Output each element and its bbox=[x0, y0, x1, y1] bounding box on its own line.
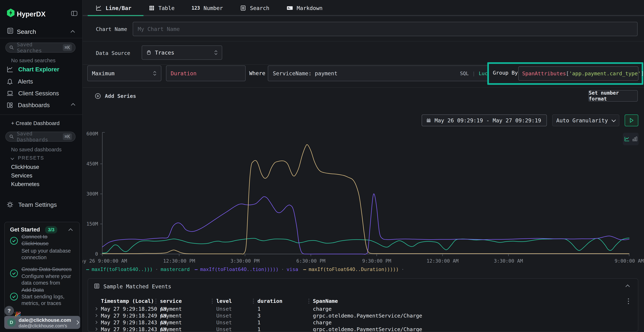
divider bbox=[0, 38, 82, 38]
sidebar-item-label: Alerts bbox=[18, 78, 33, 85]
where-input[interactable]: ServiceName: payment SQL | Lucene bbox=[268, 66, 501, 81]
timeseries-chart[interactable]: 600M450M300M150M0May 26 9:00:00 AM12:30:… bbox=[83, 125, 644, 266]
tab-line-bar[interactable]: Line/Bar bbox=[96, 0, 132, 16]
user-email: dale@clickhouse.com bbox=[18, 317, 71, 323]
sidebar-item-alerts[interactable]: Alerts bbox=[0, 77, 82, 86]
preset-kubernetes[interactable]: Kubernetes bbox=[11, 181, 40, 188]
user-menu[interactable]: D dale@clickhouse.com dale@clickhouse.co… bbox=[4, 316, 80, 329]
legend-series-2[interactable]: maxIf(toFloat64O..tion))))) bbox=[200, 266, 279, 272]
legend-dash: — bbox=[86, 266, 89, 272]
where-label: Where bbox=[249, 70, 265, 76]
kbd-shortcut: ⌘K bbox=[63, 133, 72, 140]
expand-row-icon[interactable] bbox=[94, 307, 98, 310]
sidebar-section-search[interactable]: Search bbox=[17, 28, 36, 35]
granularity-value: Auto Granularity bbox=[556, 117, 608, 124]
aggregation-select[interactable]: Maximum bbox=[87, 66, 161, 81]
play-icon bbox=[629, 118, 634, 123]
tabs-underline-track bbox=[83, 15, 644, 16]
sidebar-item-dashboards[interactable]: Dashboards bbox=[0, 100, 82, 110]
collapse-events-icon[interactable] bbox=[626, 284, 630, 289]
y-tick-label: 300M bbox=[86, 191, 98, 196]
get-started-badge: 3/3 bbox=[45, 226, 57, 234]
legend-series-1[interactable]: maxIf(toFloat64O..))) bbox=[92, 266, 152, 272]
bell-icon bbox=[6, 78, 13, 85]
chevron-up-icon[interactable] bbox=[70, 30, 75, 34]
sidebar-item-label: Client Sessions bbox=[18, 90, 59, 97]
tab-number[interactable]: 123 Number bbox=[192, 0, 223, 16]
series-visa bbox=[102, 194, 629, 254]
legend-group-2[interactable]: visa bbox=[286, 266, 298, 272]
granularity-select[interactable]: Auto Granularity bbox=[552, 114, 619, 126]
collapse-sidebar-icon[interactable] bbox=[71, 10, 78, 17]
sql-toggle[interactable]: SQL bbox=[460, 71, 469, 76]
sidebar-item-label: Team Settings bbox=[18, 201, 57, 208]
legend-series-3[interactable]: maxIf(toFloat64O..Duration))))) bbox=[308, 266, 399, 272]
data-source-value: Traces bbox=[155, 50, 211, 56]
col-level[interactable]: level bbox=[216, 298, 232, 304]
presets-toggle[interactable]: PRESETS bbox=[11, 155, 44, 161]
where-value: ServiceName: payment bbox=[273, 70, 456, 76]
kbd-shortcut: ⌘K bbox=[63, 44, 72, 51]
column-resize-handle[interactable] bbox=[156, 299, 156, 304]
set-number-format-button[interactable]: Set number format bbox=[588, 90, 638, 102]
sidebar-item-label: Dashboards bbox=[18, 102, 50, 108]
sidebar-item-chart-explorer[interactable]: Chart Explorer bbox=[0, 65, 82, 74]
svg-text:M↓: M↓ bbox=[288, 7, 290, 10]
table-menu-icon[interactable] bbox=[628, 298, 629, 304]
expand-row-icon[interactable] bbox=[94, 328, 98, 331]
table-icon bbox=[148, 5, 155, 11]
avatar: D bbox=[7, 318, 16, 327]
y-tick-label: 150M bbox=[86, 221, 98, 227]
number-123-icon: 123 bbox=[192, 5, 200, 11]
tab-markdown[interactable]: M↓ Markdown bbox=[286, 0, 323, 16]
divider bbox=[83, 87, 644, 88]
col-service[interactable]: service bbox=[160, 298, 182, 304]
sidebar-item-client-sessions[interactable]: Client Sessions bbox=[0, 89, 82, 98]
x-tick-label: 9:00:00 AM bbox=[615, 258, 644, 264]
line-chart-icon bbox=[6, 66, 14, 73]
series-mastercard bbox=[102, 238, 629, 253]
divider bbox=[83, 41, 644, 42]
group-by-key: 'app.payment.card_type' bbox=[569, 70, 641, 76]
preset-services[interactable]: Services bbox=[11, 172, 32, 179]
preset-clickhouse[interactable]: ClickHouse bbox=[11, 164, 39, 170]
help-button[interactable]: ? bbox=[4, 306, 14, 316]
chevron-up-icon[interactable] bbox=[68, 228, 73, 232]
col-duration[interactable]: duration bbox=[258, 298, 282, 304]
tab-search[interactable]: Search bbox=[240, 0, 269, 16]
check-circle-icon bbox=[10, 269, 18, 278]
field-input[interactable]: Duration bbox=[166, 66, 246, 81]
column-resize-handle[interactable] bbox=[253, 299, 254, 304]
x-tick-label: 9:30:00 PM bbox=[362, 258, 392, 264]
col-spanname[interactable]: SpanName bbox=[313, 298, 338, 304]
run-query-button[interactable] bbox=[625, 114, 638, 126]
date-range-value: May 26 09:29:19 - May 27 09:29:19 bbox=[434, 117, 541, 124]
plus-circle-icon bbox=[94, 93, 101, 100]
x-tick-label: 3:30:00 PM bbox=[230, 258, 260, 264]
search-section-icon bbox=[7, 27, 14, 34]
date-range-picker[interactable]: May 26 09:29:19 - May 27 09:29:19 bbox=[422, 114, 547, 126]
lang-divider: | bbox=[472, 71, 475, 76]
create-dashboard-button[interactable]: + Create Dashboard bbox=[11, 120, 60, 126]
expand-row-icon[interactable] bbox=[94, 321, 98, 324]
y-tick-label: 0 bbox=[95, 251, 98, 257]
sidebar-item-team-settings[interactable]: Team Settings bbox=[0, 200, 82, 209]
group-by-input[interactable]: SpanAttributes['app.payment.card_type'] bbox=[518, 66, 638, 81]
saved-dashboards-input[interactable]: Saved Dashboards ⌘K bbox=[5, 132, 76, 142]
col-timestamp[interactable]: Timestamp (Local) bbox=[101, 298, 154, 304]
column-resize-handle[interactable] bbox=[308, 299, 309, 304]
sample-matched-events-panel: Sample Matched Events Timestamp (Local) … bbox=[88, 278, 638, 332]
saved-searches-placeholder: Saved Searches bbox=[17, 42, 60, 54]
add-series-button[interactable]: Add Series bbox=[94, 93, 136, 100]
saved-searches-input[interactable]: Saved Searches ⌘K bbox=[5, 42, 76, 52]
column-resize-handle[interactable] bbox=[212, 299, 213, 304]
calendar-icon bbox=[426, 118, 431, 123]
group-by-fn: SpanAttributes bbox=[522, 70, 566, 76]
get-started-item-desc: Start sending logs, metrics, or traces bbox=[22, 293, 77, 306]
data-source-select[interactable]: Traces bbox=[142, 46, 222, 60]
legend-group-1[interactable]: mastercard bbox=[161, 266, 190, 272]
chart-name-placeholder: My Chart Name bbox=[138, 26, 180, 32]
tab-table[interactable]: Table bbox=[148, 0, 174, 16]
expand-row-icon[interactable] bbox=[94, 314, 98, 317]
chart-name-input[interactable]: My Chart Name bbox=[133, 22, 638, 36]
